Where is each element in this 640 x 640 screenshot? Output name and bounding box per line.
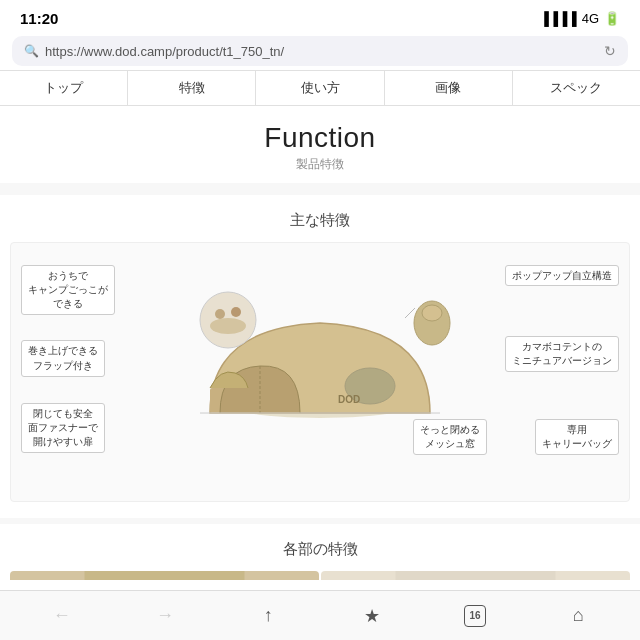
- svg-point-12: [231, 307, 241, 317]
- label-miniature: カマボコテントのミニチュアバージョン: [505, 336, 619, 373]
- back-button[interactable]: ←: [42, 596, 82, 636]
- svg-point-7: [422, 305, 442, 321]
- function-subtitle: 製品特徴: [0, 156, 640, 173]
- home-button[interactable]: ⌂: [558, 596, 598, 636]
- tab-features[interactable]: 特徴: [128, 71, 256, 105]
- function-section: Function 製品特徴: [0, 106, 640, 189]
- label-indoor-play: おうちでキャンプごっこができる: [21, 265, 115, 316]
- function-title: Function: [0, 122, 640, 154]
- url-text: https://www.dod.camp/product/t1_750_tn/: [45, 44, 598, 59]
- page-nav-tabs: トップ 特徴 使い方 画像 スペック: [0, 70, 640, 106]
- features-diagram: DOD おうちでキャ: [10, 242, 630, 502]
- label-popup: ポップアップ自立構造: [505, 265, 619, 286]
- parts-image-1: DOD: [10, 571, 319, 580]
- status-icons: ▐▐▐▐ 4G 🔋: [540, 11, 620, 26]
- svg-point-10: [210, 318, 246, 334]
- battery-icon: 🔋: [604, 11, 620, 26]
- bookmark-button[interactable]: ★: [352, 596, 392, 636]
- main-features-section: 主な特徴: [0, 195, 640, 518]
- parts-images-row: DOD: [0, 571, 640, 580]
- share-button[interactable]: ↑: [248, 596, 288, 636]
- svg-rect-13: [85, 571, 245, 580]
- parts-title: 各部の特徴: [0, 540, 640, 559]
- label-carry-bag: 専用キャリーバッグ: [535, 419, 619, 456]
- status-time: 11:20: [20, 10, 58, 27]
- label-flap: 巻き上げできるフラップ付き: [21, 340, 105, 377]
- svg-line-8: [405, 308, 415, 318]
- tab-images[interactable]: 画像: [385, 71, 513, 105]
- forward-button[interactable]: →: [145, 596, 185, 636]
- signal-bars-icon: ▐▐▐▐: [540, 11, 577, 26]
- svg-point-11: [215, 309, 225, 319]
- parts-image-2: [321, 571, 630, 580]
- svg-rect-16: [396, 571, 556, 580]
- tab-top[interactable]: トップ: [0, 71, 128, 105]
- browser-toolbar: ← → ↑ ★ 16 ⌂: [0, 590, 640, 640]
- address-bar[interactable]: 🔍 https://www.dod.camp/product/t1_750_tn…: [12, 36, 628, 66]
- label-mesh-window: そっと閉めるメッシュ窓: [413, 419, 487, 456]
- tab-spec[interactable]: スペック: [513, 71, 640, 105]
- main-features-title: 主な特徴: [0, 211, 640, 230]
- pages-button[interactable]: 16: [455, 596, 495, 636]
- reload-icon[interactable]: ↻: [604, 43, 616, 59]
- network-type: 4G: [582, 11, 599, 26]
- tent-illustration: DOD おうちでキャ: [21, 253, 619, 483]
- label-safe-door: 閉じても安全面ファスナーで開けやすい扉: [21, 403, 105, 454]
- main-content: Function 製品特徴 主な特徴: [0, 106, 640, 580]
- search-icon: 🔍: [24, 44, 39, 58]
- parts-section: 各部の特徴 DOD: [0, 524, 640, 580]
- tab-usage[interactable]: 使い方: [256, 71, 384, 105]
- page-count: 16: [464, 605, 486, 627]
- status-bar: 11:20 ▐▐▐▐ 4G 🔋: [0, 0, 640, 32]
- svg-text:DOD: DOD: [338, 394, 360, 405]
